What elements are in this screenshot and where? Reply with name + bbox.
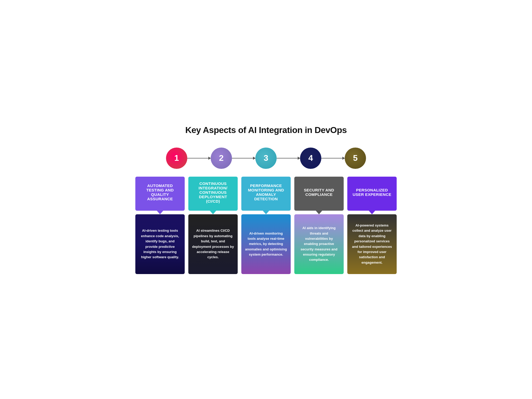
label-box-2: CONTINUOUS INTEGRATION/ CONTINUOUS DEPLO… [188, 177, 238, 211]
page-title: Key Aspects of AI Integration in DevOps [123, 125, 409, 135]
arrow-4 [321, 158, 345, 158]
arrow-1 [187, 158, 211, 158]
circle-wrapper-5: 5 [345, 148, 366, 169]
circle-wrapper-1: 1 [166, 148, 187, 169]
main-container: Key Aspects of AI Integration in DevOps … [123, 125, 409, 274]
circles-row: 12345 [123, 148, 409, 169]
step-circle-2: 2 [211, 148, 232, 169]
step-circle-5: 5 [345, 148, 366, 169]
desc-box-5: AI-powered systems collect and analyze u… [347, 214, 397, 274]
circle-wrapper-2: 2 [211, 148, 232, 169]
label-box-1: AUTOMATED TESTING AND QUALITY ASSURANCE [135, 177, 185, 211]
desc-box-3: AI-driven monitoring tools analyse real-… [241, 214, 291, 274]
desc-row: AI-driven testing tools enhance code ana… [123, 214, 409, 274]
label-box-4: SECURITY AND COMPLIANCE [294, 177, 344, 211]
labels-row: AUTOMATED TESTING AND QUALITY ASSURANCEC… [123, 177, 409, 211]
step-circle-4: 4 [300, 148, 321, 169]
arrow-2 [232, 158, 255, 158]
step-circle-3: 3 [255, 148, 277, 169]
circle-wrapper-4: 4 [300, 148, 321, 169]
label-box-3: PERFORMANCE MONITORING AND ANOMALY DETEC… [241, 177, 291, 211]
circle-wrapper-3: 3 [255, 148, 277, 169]
arrow-3 [277, 158, 300, 158]
desc-box-2: AI streamlines CI/CD pipelines by automa… [188, 214, 238, 274]
desc-box-4: AI aids in identifying threats and vulne… [294, 214, 344, 274]
step-circle-1: 1 [166, 148, 187, 169]
desc-box-1: AI-driven testing tools enhance code ana… [135, 214, 185, 274]
label-box-5: PERSONALIZED USER EXPERIENCE [347, 177, 397, 211]
